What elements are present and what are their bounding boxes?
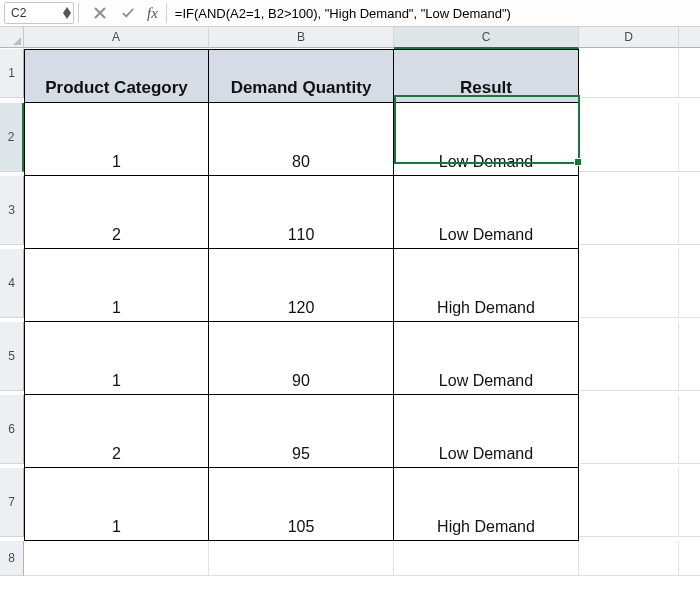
cell-D5[interactable] [579,322,679,391]
cell-filler [679,103,700,172]
cell-filler [679,49,700,98]
cell-C1[interactable]: Result [394,49,579,103]
column-header-C[interactable]: C [394,27,579,49]
column-header-filler [679,27,700,48]
cell-C6[interactable]: Low Demand [394,395,579,468]
cancel-button[interactable] [89,2,111,24]
cell-filler [679,541,700,576]
cell-A6[interactable]: 2 [24,395,209,468]
cell-D8[interactable] [579,541,679,576]
row-header-5[interactable]: 5 [0,322,24,391]
row-header-1[interactable]: 1 [0,49,24,98]
cell-C8[interactable] [394,541,579,576]
accept-button[interactable] [117,2,139,24]
cell-A8[interactable] [24,541,209,576]
row-header-6[interactable]: 6 [0,395,24,464]
cell-B4[interactable]: 120 [209,249,394,322]
cell-D6[interactable] [579,395,679,464]
cell-D1[interactable] [579,49,679,98]
cell-C3[interactable]: Low Demand [394,176,579,249]
row-header-3[interactable]: 3 [0,176,24,245]
row-header-7[interactable]: 7 [0,468,24,537]
cell-A5[interactable]: 1 [24,322,209,395]
cell-C7[interactable]: High Demand [394,468,579,541]
cell-filler [679,176,700,245]
spreadsheet-grid[interactable]: A B C D 1 Product Category Demand Quanti… [0,27,700,576]
column-header-B[interactable]: B [209,27,394,48]
check-icon [122,7,134,19]
column-header-D[interactable]: D [579,27,679,48]
formula-bar: C2 fx [0,0,700,27]
separator [78,3,79,23]
cell-filler [679,249,700,318]
cell-B2[interactable]: 80 [209,103,394,176]
chevron-down-icon [63,13,71,19]
cell-filler [679,322,700,391]
name-box-stepper[interactable] [63,7,71,19]
cell-A4[interactable]: 1 [24,249,209,322]
separator [166,3,167,23]
row-header-8[interactable]: 8 [0,541,24,576]
cell-A7[interactable]: 1 [24,468,209,541]
cell-D7[interactable] [579,468,679,537]
cell-D4[interactable] [579,249,679,318]
column-header-A[interactable]: A [24,27,209,48]
formula-input[interactable] [171,2,696,24]
cell-C2[interactable]: Low Demand [394,103,579,176]
name-box[interactable]: C2 [4,2,74,24]
fx-icon[interactable]: fx [147,5,158,22]
row-header-4[interactable]: 4 [0,249,24,318]
cell-B8[interactable] [209,541,394,576]
cell-B3[interactable]: 110 [209,176,394,249]
cell-B5[interactable]: 90 [209,322,394,395]
cell-filler [679,395,700,464]
cell-A3[interactable]: 2 [24,176,209,249]
cell-C5[interactable]: Low Demand [394,322,579,395]
name-box-value: C2 [11,6,26,20]
cell-A2[interactable]: 1 [24,103,209,176]
cell-C4[interactable]: High Demand [394,249,579,322]
cell-B1[interactable]: Demand Quantity [209,49,394,103]
cell-B6[interactable]: 95 [209,395,394,468]
select-all-corner[interactable] [0,27,24,48]
cell-D3[interactable] [579,176,679,245]
cell-B7[interactable]: 105 [209,468,394,541]
row-header-2[interactable]: 2 [0,103,24,172]
close-icon [94,7,106,19]
cell-A1[interactable]: Product Category [24,49,209,103]
cell-filler [679,468,700,537]
cell-D2[interactable] [579,103,679,172]
